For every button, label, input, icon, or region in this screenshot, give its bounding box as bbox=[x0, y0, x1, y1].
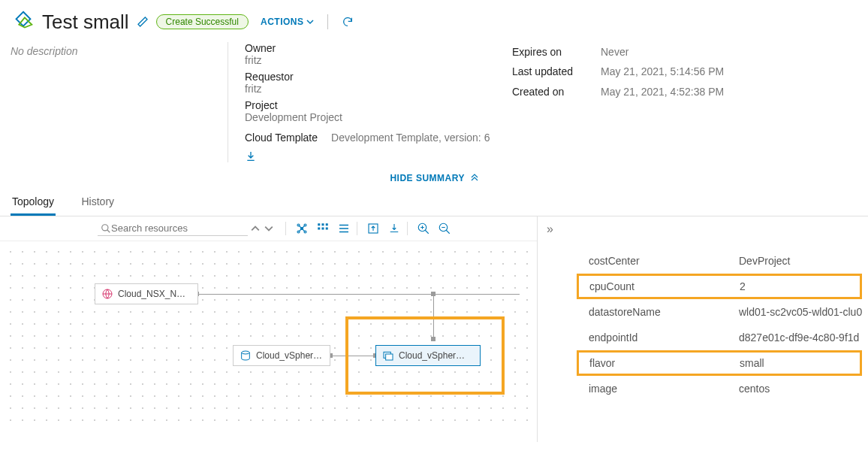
expires-value: Never bbox=[601, 44, 628, 60]
node-nsx[interactable]: Cloud_NSX_N… bbox=[95, 283, 198, 304]
tab-history[interactable]: History bbox=[80, 189, 116, 213]
zoom-in-icon[interactable] bbox=[417, 222, 430, 235]
property-value: 2 bbox=[740, 280, 860, 292]
connector bbox=[197, 294, 520, 295]
svg-rect-8 bbox=[326, 224, 328, 226]
disk-icon bbox=[240, 350, 252, 362]
workspace: Cloud_NSX_N… Cloud_vSpher… Cloud_vSpher…… bbox=[0, 216, 868, 442]
actions-label: ACTIONS bbox=[261, 17, 304, 27]
search-box[interactable] bbox=[98, 221, 248, 236]
zoom-out-icon[interactable] bbox=[438, 222, 451, 235]
svg-rect-6 bbox=[318, 224, 320, 226]
next-icon[interactable] bbox=[264, 224, 273, 233]
property-row-datastoreName: datastoreNamewld01-sc2vc05-wld01-clu0 bbox=[589, 299, 868, 325]
updated-label: Last updated bbox=[512, 63, 587, 80]
canvas-toolbar bbox=[0, 216, 537, 241]
node-disk[interactable]: Cloud_vSpher… bbox=[233, 345, 330, 366]
edit-icon[interactable] bbox=[137, 16, 149, 28]
status-badge: Create Successful bbox=[156, 14, 249, 29]
project-label: Project bbox=[245, 99, 512, 111]
node-label: Cloud_vSpher… bbox=[256, 350, 322, 361]
tabs: Topology History bbox=[0, 189, 868, 216]
canvas-area: Cloud_NSX_N… Cloud_vSpher… Cloud_vSpher… bbox=[0, 216, 538, 442]
svg-rect-10 bbox=[322, 228, 324, 230]
list-view-icon[interactable] bbox=[337, 222, 351, 235]
chevron-down-icon bbox=[306, 18, 314, 26]
search-nav bbox=[251, 224, 273, 233]
logo-title: Test small bbox=[11, 9, 129, 35]
property-key: cpuCount bbox=[589, 280, 740, 292]
properties-panel: » costCenterDevProjectcpuCount2datastore… bbox=[538, 216, 868, 442]
summary-left-col: Owner fritz Requestor fritz Project Deve… bbox=[228, 42, 512, 162]
project-value: Development Project bbox=[245, 111, 512, 123]
property-value: d827e01c-df9e-4c80-9f1d bbox=[739, 331, 868, 344]
svg-rect-18 bbox=[386, 354, 393, 360]
property-value: DevProject bbox=[739, 255, 868, 267]
node-label: Cloud_vSpher… bbox=[399, 350, 465, 361]
chevron-up-icon bbox=[471, 173, 478, 183]
property-row-costCenter: costCenterDevProject bbox=[589, 248, 868, 274]
hide-summary-label: HIDE SUMMARY bbox=[390, 173, 464, 183]
import-icon[interactable] bbox=[387, 222, 401, 235]
created-value: May 21, 2021, 4:52:38 PM bbox=[601, 83, 724, 100]
node-label: Cloud_NSX_N… bbox=[118, 289, 185, 299]
search-input[interactable] bbox=[111, 222, 224, 234]
requestor-value: fritz bbox=[245, 83, 512, 95]
graph-view-icon[interactable] bbox=[295, 222, 309, 235]
refresh-icon[interactable] bbox=[342, 16, 354, 28]
description: No description bbox=[11, 42, 228, 162]
created-label: Created on bbox=[512, 83, 587, 100]
actions-button[interactable]: ACTIONS bbox=[261, 17, 315, 27]
property-row-image: imagecentos bbox=[589, 376, 868, 401]
updated-value: May 21, 2021, 5:14:56 PM bbox=[601, 63, 724, 80]
property-key: flavor bbox=[589, 357, 740, 369]
owner-label: Owner bbox=[245, 42, 512, 54]
owner-value: fritz bbox=[245, 54, 512, 66]
svg-point-16 bbox=[242, 351, 250, 354]
vm-icon bbox=[382, 350, 394, 362]
collapse-panel-icon[interactable]: » bbox=[547, 222, 553, 236]
network-icon bbox=[101, 288, 113, 300]
deployment-header: Test small Create Successful ACTIONS bbox=[0, 0, 868, 38]
page-title: Test small bbox=[42, 11, 129, 34]
svg-point-0 bbox=[102, 225, 108, 231]
svg-rect-9 bbox=[318, 228, 320, 230]
property-key: endpointId bbox=[589, 331, 739, 344]
property-key: image bbox=[589, 383, 739, 395]
topology-canvas[interactable]: Cloud_NSX_N… Cloud_vSpher… Cloud_vSpher… bbox=[0, 241, 537, 422]
export-icon[interactable] bbox=[366, 222, 380, 235]
logo-icon bbox=[11, 9, 36, 35]
divider bbox=[327, 14, 328, 29]
grid-view-icon[interactable] bbox=[316, 222, 330, 235]
summary-right-col: Expires onNever Last updatedMay 21, 2021… bbox=[512, 42, 857, 162]
svg-rect-11 bbox=[326, 228, 328, 230]
summary-section: No description Owner fritz Requestor fri… bbox=[0, 38, 868, 162]
template-value: Development Template, version: 6 bbox=[331, 129, 490, 146]
requestor-label: Requestor bbox=[245, 71, 512, 83]
property-value: centos bbox=[739, 383, 868, 395]
property-value: small bbox=[740, 357, 860, 369]
search-icon bbox=[101, 223, 111, 234]
prev-icon[interactable] bbox=[251, 224, 260, 233]
node-vm-selected[interactable]: Cloud_vSpher… bbox=[375, 345, 481, 366]
property-row-flavor: flavorsmall bbox=[577, 350, 862, 376]
properties-list: costCenterDevProjectcpuCount2datastoreNa… bbox=[538, 226, 868, 401]
property-key: costCenter bbox=[589, 255, 739, 267]
download-icon[interactable] bbox=[245, 150, 512, 162]
tab-topology[interactable]: Topology bbox=[11, 189, 56, 216]
property-key: datastoreName bbox=[589, 306, 739, 318]
property-row-endpointId: endpointIdd827e01c-df9e-4c80-9f1d bbox=[589, 325, 868, 350]
property-value: wld01-sc2vc05-wld01-clu0 bbox=[739, 306, 868, 318]
hide-summary-button[interactable]: HIDE SUMMARY bbox=[0, 162, 868, 189]
template-label: Cloud Template bbox=[245, 129, 318, 146]
svg-rect-7 bbox=[322, 224, 324, 226]
expires-label: Expires on bbox=[512, 44, 587, 60]
property-row-cpuCount: cpuCount2 bbox=[577, 274, 862, 299]
